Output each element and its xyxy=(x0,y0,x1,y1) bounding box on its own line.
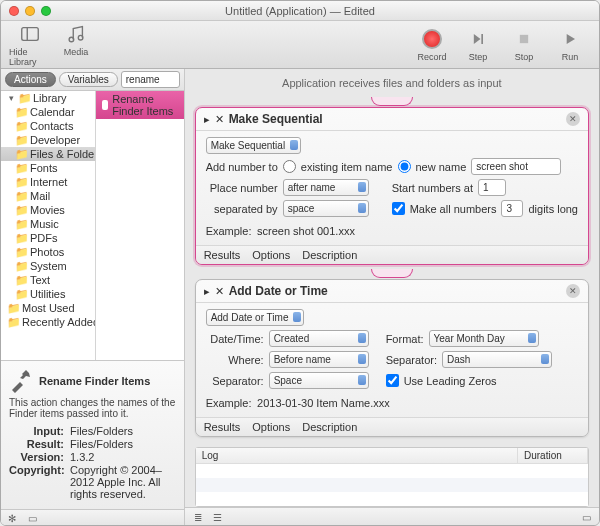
flow-connector xyxy=(185,97,599,107)
tab-description[interactable]: Description xyxy=(302,249,357,261)
close-window[interactable] xyxy=(9,6,19,16)
folder-icon: 📁 xyxy=(15,162,27,174)
tree-item[interactable]: 📁Music xyxy=(1,217,95,231)
run-button[interactable]: Run xyxy=(549,27,591,62)
log-area: Log Duration xyxy=(195,447,589,507)
where-select[interactable]: Before name xyxy=(269,351,369,368)
tree-item[interactable]: 📁Movies xyxy=(1,203,95,217)
radio-existing-name[interactable] xyxy=(283,160,296,173)
folder-icon: 📁 xyxy=(7,302,19,314)
tree-item[interactable]: 📁PDFs xyxy=(1,231,95,245)
tab-description[interactable]: Description xyxy=(302,421,357,433)
folder-icon: 📁 xyxy=(15,218,27,230)
svg-point-3 xyxy=(78,35,83,40)
sidebar: Actions Variables ▾📁Library📁Calendar📁Con… xyxy=(1,69,185,526)
action-add-date-time[interactable]: ▸ ✕ Add Date or Time ✕ Add Date or Time … xyxy=(195,279,589,437)
log-col-log[interactable]: Log xyxy=(196,448,518,463)
toolbar: Hide Library Media Record Step Stop Run xyxy=(1,21,599,69)
place-select[interactable]: after name xyxy=(283,179,369,196)
search-results: Rename Finder Items xyxy=(96,91,184,360)
zoom-window[interactable] xyxy=(41,6,51,16)
leading-zeros-checkbox[interactable] xyxy=(386,374,399,387)
svg-point-2 xyxy=(69,37,74,42)
folder-icon: 📁 xyxy=(15,120,27,132)
action-info-panel: Rename Finder Items This action changes … xyxy=(1,360,184,509)
gear-icon[interactable]: ✻ xyxy=(5,512,19,526)
datetime-select[interactable]: Created xyxy=(269,330,369,347)
stop-button[interactable]: Stop xyxy=(503,27,545,62)
flow-connector xyxy=(185,269,599,279)
tab-variables[interactable]: Variables xyxy=(59,72,118,87)
mode-select[interactable]: Add Date or Time xyxy=(206,309,304,326)
panel-icon xyxy=(18,22,42,46)
search-input[interactable] xyxy=(121,71,180,88)
tree-item[interactable]: 📁Developer xyxy=(1,133,95,147)
tab-actions[interactable]: Actions xyxy=(5,72,56,87)
action-icon xyxy=(102,100,108,110)
folder-icon: 📁 xyxy=(18,92,30,104)
media-icon xyxy=(64,22,88,46)
folder-icon: 📁 xyxy=(15,232,27,244)
result-rename-finder-items[interactable]: Rename Finder Items xyxy=(96,91,184,119)
remove-action-button[interactable]: ✕ xyxy=(566,112,580,126)
sidebar-footer: ✻ ▭ xyxy=(1,509,184,526)
folder-icon: 📁 xyxy=(15,204,27,216)
tree-item[interactable]: 📁Utilities xyxy=(1,287,95,301)
digits-input[interactable] xyxy=(501,200,523,217)
folder-icon: 📁 xyxy=(15,148,27,160)
media-button[interactable]: Media xyxy=(55,22,97,67)
library-tree: ▾📁Library📁Calendar📁Contacts📁Developer📁Fi… xyxy=(1,91,96,360)
tab-results[interactable]: Results xyxy=(204,249,241,261)
tree-item[interactable]: 📁Text xyxy=(1,273,95,287)
step-icon xyxy=(466,27,490,51)
folder-icon: 📁 xyxy=(15,260,27,272)
disclosure-icon[interactable]: ▸ xyxy=(204,285,210,298)
log-toggle-icon[interactable]: ▭ xyxy=(579,511,593,525)
tree-item[interactable]: ▾📁Library xyxy=(1,91,95,105)
step-button[interactable]: Step xyxy=(457,27,499,62)
window-controls xyxy=(9,6,51,16)
stack-icon[interactable]: ▭ xyxy=(25,512,39,526)
record-icon xyxy=(420,27,444,51)
tab-options[interactable]: Options xyxy=(252,249,290,261)
tree-item[interactable]: 📁Photos xyxy=(1,245,95,259)
tree-item[interactable]: 📁Fonts xyxy=(1,161,95,175)
tree-item[interactable]: 📁Most Used xyxy=(1,301,95,315)
mode-select[interactable]: Make Sequential xyxy=(206,137,301,154)
titlebar: Untitled (Application) — Edited xyxy=(1,1,599,21)
radio-new-name[interactable] xyxy=(398,160,411,173)
remove-action-button[interactable]: ✕ xyxy=(566,284,580,298)
search-field[interactable] xyxy=(121,71,180,88)
flow-view-icon[interactable]: ☰ xyxy=(211,511,225,525)
folder-icon: 📁 xyxy=(15,106,27,118)
tree-item[interactable]: 📁Mail xyxy=(1,189,95,203)
format-select[interactable]: Year Month Day xyxy=(429,330,539,347)
minimize-window[interactable] xyxy=(25,6,35,16)
folder-icon: 📁 xyxy=(15,274,27,286)
folder-icon: 📁 xyxy=(15,288,27,300)
separator-select[interactable]: space xyxy=(283,200,369,217)
action-make-sequential[interactable]: ▸ ✕ Make Sequential ✕ Make Sequential Ad… xyxy=(195,107,589,265)
make-all-checkbox[interactable] xyxy=(392,202,405,215)
hide-library-button[interactable]: Hide Library xyxy=(9,22,51,67)
tree-item[interactable]: 📁Contacts xyxy=(1,119,95,133)
tree-item[interactable]: 📁Calendar xyxy=(1,105,95,119)
tree-item[interactable]: 📁Files & Folders xyxy=(1,147,95,161)
record-button[interactable]: Record xyxy=(411,27,453,62)
disclosure-icon[interactable]: ▸ xyxy=(204,113,210,126)
tree-item[interactable]: 📁System xyxy=(1,259,95,273)
new-name-input[interactable] xyxy=(471,158,561,175)
folder-icon: 📁 xyxy=(7,316,19,328)
separator3-select[interactable]: Space xyxy=(269,372,369,389)
separator2-select[interactable]: Dash xyxy=(442,351,552,368)
folder-icon: 📁 xyxy=(15,246,27,258)
tab-options[interactable]: Options xyxy=(252,421,290,433)
tree-item[interactable]: 📁Recently Added xyxy=(1,315,95,329)
svg-rect-5 xyxy=(520,35,528,43)
list-view-icon[interactable]: ≣ xyxy=(191,511,205,525)
log-col-duration[interactable]: Duration xyxy=(518,448,588,463)
start-number-input[interactable] xyxy=(478,179,506,196)
window-title: Untitled (Application) — Edited xyxy=(1,5,599,17)
tree-item[interactable]: 📁Internet xyxy=(1,175,95,189)
tab-results[interactable]: Results xyxy=(204,421,241,433)
